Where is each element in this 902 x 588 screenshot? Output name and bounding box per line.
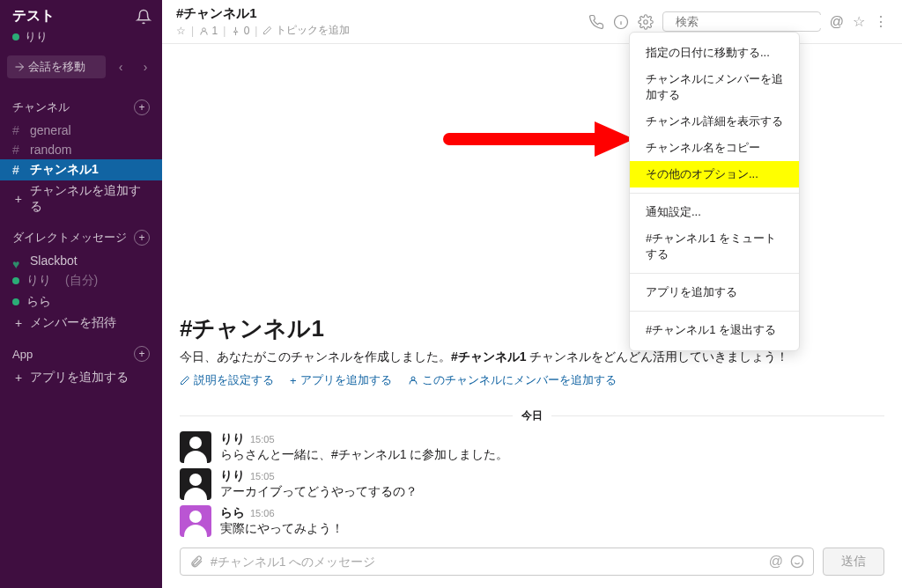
message-item[interactable]: りり15:05 アーカイブってどうやってするの？: [180, 468, 884, 500]
sidebar-item-label: Slackbot: [30, 254, 78, 268]
jump-label: 会話を移動: [28, 59, 85, 75]
add-app-link[interactable]: +アプリを追加する: [290, 372, 392, 388]
plus-icon: +: [12, 192, 25, 206]
add-app-label: アプリを追加する: [30, 370, 129, 386]
heart-icon: ♥: [12, 257, 25, 264]
invite-members-link[interactable]: +メンバーを招待: [0, 312, 162, 334]
dd-leave-channel[interactable]: #チャンネル1 を退出する: [630, 317, 799, 343]
add-channel-icon[interactable]: +: [134, 99, 150, 115]
date-label: 今日: [513, 408, 551, 423]
message-user[interactable]: りり: [220, 431, 245, 447]
gear-icon[interactable]: [638, 14, 654, 30]
message-user[interactable]: りり: [220, 468, 245, 484]
add-dm-icon[interactable]: +: [134, 230, 150, 246]
apps-title-label: App: [12, 348, 33, 361]
dd-add-members[interactable]: チャンネルにメンバーを追加する: [630, 66, 799, 108]
intro-links: 説明を設定する +アプリを追加する このチャンネルにメンバーを追加する: [180, 372, 884, 388]
dd-notification-settings[interactable]: 通知設定...: [630, 199, 799, 225]
add-channel-link[interactable]: +チャンネルを追加する: [0, 180, 162, 217]
channel-title[interactable]: #チャンネル1: [176, 5, 580, 22]
notifications-icon[interactable]: [136, 9, 152, 25]
avatar[interactable]: [180, 505, 211, 537]
send-button[interactable]: 送信: [823, 548, 884, 576]
mention-icon[interactable]: @: [769, 554, 783, 570]
search-input[interactable]: [676, 15, 824, 28]
add-app-icon[interactable]: +: [134, 346, 150, 362]
sidebar-item-label: チャンネル1: [30, 162, 99, 178]
sidebar-item-channel1[interactable]: #チャンネル1: [0, 159, 162, 180]
dd-copy-name[interactable]: チャンネル名をコピー: [630, 135, 799, 161]
avatar[interactable]: [180, 431, 211, 463]
hash-icon: #: [12, 163, 25, 177]
emoji-icon[interactable]: [790, 555, 804, 569]
members-count[interactable]: 1: [199, 25, 218, 37]
invite-label: メンバーを招待: [30, 315, 116, 331]
sidebar-item-self[interactable]: りり (自分): [0, 270, 162, 291]
workspace-header[interactable]: テスト: [0, 0, 162, 29]
sidebar-item-rara[interactable]: らら: [0, 291, 162, 312]
add-members-link[interactable]: このチャンネルにメンバーを追加する: [408, 372, 617, 388]
avatar[interactable]: [180, 468, 211, 500]
history-back-icon[interactable]: ‹: [111, 56, 130, 77]
message-text: アーカイブってどうやってするの？: [220, 484, 884, 500]
message-user[interactable]: らら: [220, 505, 245, 521]
person-icon: [408, 375, 418, 386]
plus-icon: +: [290, 374, 297, 387]
sidebar-item-label: りり: [26, 273, 51, 289]
main-area: #チャンネル1 ☆| 1| 0| トピックを追加 @ ☆ ⋮ 指定の日付に移動す…: [162, 0, 902, 588]
message-time: 15:06: [250, 508, 275, 518]
current-user-name: りり: [25, 29, 48, 45]
sidebar-item-general[interactable]: #general: [0, 121, 162, 140]
dd-more-options[interactable]: その他のオプション...: [630, 161, 799, 187]
jump-row: 会話を移動 ‹ ›: [0, 52, 162, 87]
workspace-user[interactable]: りり: [0, 29, 162, 52]
plus-icon: +: [12, 371, 25, 385]
dd-jump-to-date[interactable]: 指定の日付に移動する...: [630, 40, 799, 66]
star-header-icon[interactable]: ☆: [853, 13, 865, 30]
topic-add[interactable]: トピックを追加: [262, 23, 349, 38]
presence-dot-icon: [12, 298, 19, 305]
call-icon[interactable]: [588, 14, 604, 30]
self-suffix: (自分): [65, 273, 98, 289]
pins-count[interactable]: 0: [231, 25, 249, 37]
message-time: 15:05: [250, 471, 275, 481]
message-item[interactable]: りり15:05 ららさんと一緒に、#チャンネル1 に参加しました。: [180, 431, 884, 463]
plus-icon: +: [12, 316, 25, 330]
svg-point-6: [411, 377, 415, 380]
workspace-name: テスト: [12, 7, 55, 26]
sidebar-item-random[interactable]: #random: [0, 140, 162, 159]
settings-dropdown: 指定の日付に移動する... チャンネルにメンバーを追加する チャンネル詳細を表示…: [629, 32, 800, 351]
add-app-link[interactable]: +アプリを追加する: [0, 367, 162, 388]
svg-point-0: [203, 27, 206, 31]
composer-row: @ 送信: [162, 548, 902, 576]
more-vert-icon[interactable]: ⋮: [874, 13, 888, 30]
dms-section-title: ダイレクトメッセージ +: [0, 224, 162, 251]
sidebar-item-label: random: [30, 143, 71, 157]
star-icon[interactable]: ☆: [176, 25, 186, 37]
message-composer[interactable]: @: [180, 548, 814, 576]
message-text: ららさんと一緒に、#チャンネル1 に参加しました。: [220, 447, 884, 463]
dd-divider: [630, 193, 799, 194]
message-item[interactable]: らら15:06 実際にやってみよう！: [180, 505, 884, 537]
sidebar-item-slackbot[interactable]: ♥Slackbot: [0, 251, 162, 270]
hash-icon: #: [12, 123, 25, 137]
dd-channel-details[interactable]: チャンネル詳細を表示する: [630, 108, 799, 135]
dd-add-app[interactable]: アプリを追加する: [630, 279, 799, 305]
info-icon[interactable]: [613, 14, 629, 30]
channel-header-left: #チャンネル1 ☆| 1| 0| トピックを追加: [176, 5, 580, 38]
dd-mute-channel[interactable]: #チャンネル1 をミュートする: [630, 225, 799, 268]
message-time: 15:05: [250, 434, 275, 445]
date-divider: 今日: [162, 408, 902, 423]
messages-list: りり15:05 ららさんと一緒に、#チャンネル1 に参加しました。 りり15:0…: [162, 431, 902, 542]
mentions-icon[interactable]: @: [830, 14, 844, 30]
set-description-link[interactable]: 説明を設定する: [180, 372, 274, 388]
svg-point-2: [644, 19, 648, 24]
svg-point-7: [791, 555, 802, 567]
jump-to-button[interactable]: 会話を移動: [7, 55, 106, 78]
dd-divider: [630, 311, 799, 312]
search-box[interactable]: [662, 11, 821, 32]
message-text: 実際にやってみよう！: [220, 521, 884, 537]
message-input[interactable]: [211, 555, 762, 569]
history-forward-icon[interactable]: ›: [136, 56, 155, 77]
attach-icon[interactable]: [189, 555, 203, 569]
